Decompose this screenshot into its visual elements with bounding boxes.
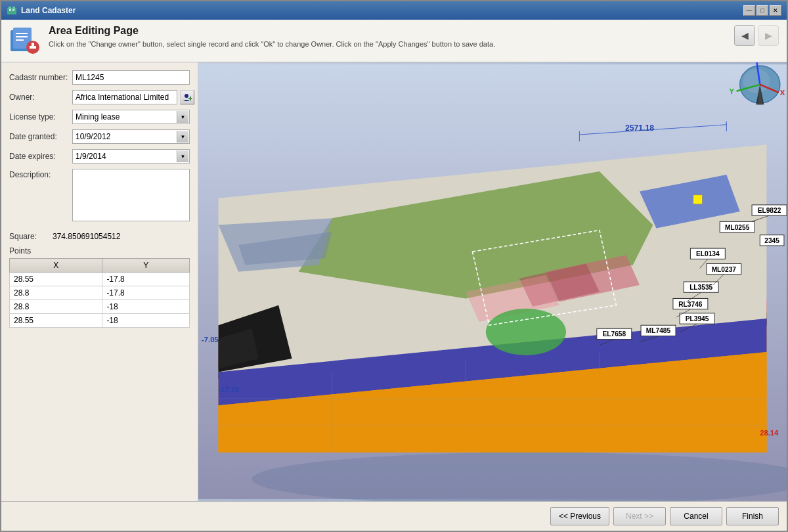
- maximize-button[interactable]: □: [756, 5, 768, 16]
- svg-text:2571.18: 2571.18: [625, 123, 654, 133]
- title-bar: Land Cadaster — □ ✕: [1, 1, 787, 20]
- cadastr-label: Cadastr number:: [9, 73, 68, 82]
- svg-rect-3: [9, 9, 11, 11]
- owner-row: Owner:: [9, 90, 190, 104]
- svg-point-32: [486, 309, 566, 355]
- svg-text:ML0255: ML0255: [725, 224, 750, 231]
- svg-text:2345: 2345: [764, 237, 779, 244]
- change-owner-button[interactable]: [180, 90, 194, 104]
- cancel-button[interactable]: Cancel: [670, 507, 722, 525]
- svg-text:LL3535: LL3535: [690, 284, 712, 291]
- point-y-value: -17.8: [102, 273, 190, 286]
- close-button[interactable]: ✕: [770, 5, 781, 16]
- page-title: Area Editing Page: [49, 25, 726, 37]
- svg-text:EL7658: EL7658: [602, 330, 626, 338]
- finish-button[interactable]: Finish: [726, 507, 779, 525]
- license-select-wrapper: Mining lease Exploration License Reconna…: [72, 110, 190, 124]
- svg-text:X: X: [780, 89, 785, 97]
- date-expires-input[interactable]: [72, 149, 190, 164]
- svg-rect-4: [12, 9, 14, 11]
- owner-field-group: [72, 90, 194, 104]
- points-label: Points: [9, 246, 190, 255]
- page-subtitle: Click on the "Change owner" button, sele…: [49, 39, 726, 49]
- col-header-x: X: [10, 259, 102, 273]
- app-icon: [7, 5, 17, 16]
- svg-text:-7.05: -7.05: [202, 336, 219, 344]
- description-area: Description:: [9, 169, 190, 221]
- svg-rect-7: [16, 33, 28, 34]
- right-panel: 2571.18 -7.05 -17.72 28.14 EL9822 ML0255…: [198, 62, 787, 501]
- svg-rect-2: [12, 7, 15, 9]
- point-y-value: -18: [102, 314, 190, 328]
- title-bar-controls: — □ ✕: [743, 5, 781, 16]
- svg-text:-17.72: -17.72: [219, 386, 240, 393]
- cadastr-input[interactable]: [72, 70, 190, 85]
- date-granted-wrapper: ▼: [72, 129, 190, 144]
- svg-text:EL9822: EL9822: [758, 207, 781, 214]
- svg-rect-12: [30, 46, 36, 49]
- point-x-value: 28.8: [10, 300, 102, 314]
- minimize-button[interactable]: —: [743, 5, 755, 16]
- license-type-row: License type: Mining lease Exploration L…: [9, 110, 190, 124]
- main-content: Cadastr number: Owner:: [1, 62, 787, 501]
- license-select[interactable]: Mining lease Exploration License Reconna…: [72, 110, 190, 124]
- license-label: License type:: [9, 112, 68, 122]
- square-label: Square:: [9, 232, 49, 241]
- svg-point-77: [743, 69, 770, 93]
- svg-rect-1: [9, 7, 11, 9]
- title-bar-left: Land Cadaster: [7, 5, 76, 16]
- square-value: 374.850691054512: [53, 232, 120, 241]
- svg-rect-28: [693, 195, 702, 204]
- table-row: 28.55-18: [10, 314, 190, 328]
- svg-text:EL0134: EL0134: [696, 250, 720, 257]
- col-header-y: Y: [102, 259, 190, 273]
- svg-text:28.14: 28.14: [760, 429, 779, 437]
- date-expires-label: Date expires:: [9, 152, 68, 161]
- header-icon: [9, 25, 41, 56]
- date-granted-label: Date granted:: [9, 132, 68, 141]
- point-x-value: 28.55: [10, 273, 102, 286]
- terrain-viewport: 2571.18 -7.05 -17.72 28.14 EL9822 ML0255…: [198, 62, 787, 501]
- svg-text:RL3746: RL3746: [678, 301, 703, 308]
- table-row: 28.8-18: [10, 300, 190, 314]
- forward-nav-button[interactable]: ▶: [758, 25, 779, 46]
- points-section: Points X Y 28.55-17.828.8-17.828.8-1828.…: [9, 246, 190, 493]
- svg-text:ML7485: ML7485: [646, 327, 671, 334]
- date-expires-row: Date expires: ▼: [9, 149, 190, 164]
- point-y-value: -18: [102, 300, 190, 314]
- svg-text:PL3945: PL3945: [686, 315, 709, 322]
- points-table: X Y 28.55-17.828.8-17.828.8-1828.55-18: [9, 258, 190, 328]
- date-granted-input[interactable]: [72, 129, 190, 144]
- svg-rect-15: [188, 98, 192, 99]
- svg-rect-9: [16, 39, 24, 41]
- back-nav-button[interactable]: ◀: [734, 25, 755, 46]
- bottom-bar: << Previous Next >> Cancel Finish: [1, 501, 787, 531]
- table-row: 28.55-17.8: [10, 273, 190, 286]
- date-expires-wrapper: ▼: [72, 149, 190, 164]
- svg-text:ML0237: ML0237: [712, 266, 737, 273]
- point-x-value: 28.8: [10, 286, 102, 300]
- svg-text:Y: Y: [729, 87, 734, 95]
- point-x-value: 28.55: [10, 314, 102, 328]
- next-button[interactable]: Next >>: [613, 507, 666, 525]
- previous-button[interactable]: << Previous: [550, 507, 609, 525]
- table-row: 28.8-17.8: [10, 286, 190, 300]
- svg-point-13: [185, 94, 188, 98]
- point-y-value: -17.8: [102, 286, 190, 300]
- left-panel: Cadastr number: Owner:: [1, 62, 198, 501]
- description-label: Description:: [9, 169, 68, 179]
- cadastr-row: Cadastr number:: [9, 70, 190, 85]
- svg-rect-8: [16, 36, 28, 37]
- owner-input[interactable]: [72, 90, 177, 104]
- add-person-icon: [183, 93, 192, 102]
- header-text: Area Editing Page Click on the "Change o…: [49, 25, 726, 49]
- owner-label: Owner:: [9, 93, 68, 102]
- date-granted-row: Date granted: ▼: [9, 129, 190, 144]
- window-title: Land Cadaster: [21, 6, 76, 15]
- description-textarea[interactable]: [72, 169, 190, 221]
- header-nav: ◀ ▶: [734, 25, 779, 46]
- square-row: Square: 374.850691054512: [9, 232, 190, 241]
- main-window: Land Cadaster — □ ✕ Area Editing Page Cl…: [0, 0, 788, 532]
- header-area: Area Editing Page Click on the "Change o…: [1, 20, 787, 62]
